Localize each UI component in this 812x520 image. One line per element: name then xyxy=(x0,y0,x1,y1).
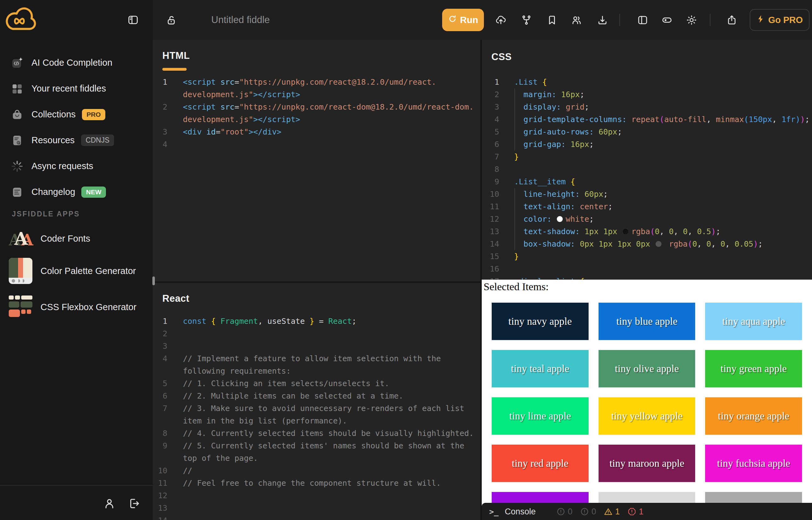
code-line[interactable]: 3 xyxy=(153,340,481,353)
code-line[interactable]: 8// 4. Currently selected items should b… xyxy=(153,427,481,440)
app-item-color-palette-generator[interactable]: Color Palette Generator xyxy=(0,254,153,288)
run-button[interactable]: Run xyxy=(442,9,484,31)
row-divider[interactable] xyxy=(153,282,481,283)
console-counters: 0011 xyxy=(556,507,651,517)
code-line[interactable]: 6// 2. Multiple items can be selected at… xyxy=(153,390,481,402)
account-person-icon[interactable] xyxy=(103,497,116,510)
result-tile[interactable]: tiny green apple xyxy=(705,350,802,387)
code-line[interactable]: 11 text-align: center; xyxy=(482,201,812,213)
code-line[interactable]: 2 margin: 16px; xyxy=(482,88,812,101)
result-tile[interactable]: tiny yellow apple xyxy=(598,397,695,435)
css-editor[interactable]: 1.List {2 margin: 16px;3 display: grid;4… xyxy=(482,76,812,280)
code-line[interactable]: 16 xyxy=(482,263,812,275)
code-line[interactable]: 9.List__item { xyxy=(482,176,812,188)
result-tile[interactable]: tiny teal apple xyxy=(492,350,589,387)
code-line[interactable]: 7} xyxy=(482,151,812,163)
error-octagon-icon xyxy=(627,507,637,516)
result-tile[interactable]: tiny blue apple xyxy=(598,303,695,340)
code-line[interactable]: 9// 5. Currently selected items' names s… xyxy=(153,440,481,452)
console-counter[interactable]: 1 xyxy=(627,507,643,517)
console-counter[interactable]: 0 xyxy=(580,507,596,517)
code-line[interactable]: 5// 1. Clicking an item selects/unselect… xyxy=(153,378,481,390)
console-counter[interactable]: 0 xyxy=(556,507,572,517)
code-line[interactable]: 5 grid-auto-rows: 60px; xyxy=(482,126,812,138)
go-pro-button[interactable]: Go PRO xyxy=(750,9,810,31)
color-swatch-icon xyxy=(557,216,563,222)
sidebar-item-your-recent-fiddles[interactable]: Your recent fiddles xyxy=(0,76,153,102)
sidebar-item-ai-code-completion[interactable]: AI Code Completion xyxy=(0,50,153,76)
download-icon[interactable] xyxy=(596,14,608,26)
console-bar[interactable]: >_ Console 0011 xyxy=(482,503,812,520)
code-line[interactable]: 1<script src="https://unpkg.com/react@18… xyxy=(153,76,481,88)
code-line[interactable]: top of the page. xyxy=(153,452,481,465)
code-line[interactable]: 11// Feel free to change the component s… xyxy=(153,477,481,490)
code-line[interactable]: 14 xyxy=(153,514,481,520)
share-icon[interactable] xyxy=(726,14,738,26)
collaborate-users-icon[interactable] xyxy=(570,14,582,26)
code-line[interactable]: 17.display-list { xyxy=(482,275,812,280)
logout-icon[interactable] xyxy=(128,497,141,510)
code-line[interactable]: development.js"></script> xyxy=(153,88,481,101)
css-editor-panel: CSS 1.List {2 margin: 16px;3 display: gr… xyxy=(482,40,812,280)
console-label: Console xyxy=(505,507,536,517)
counter-value: 1 xyxy=(639,507,643,517)
layout-panels-icon[interactable] xyxy=(637,14,648,26)
code-line[interactable]: 4 grid-template-columns: repeat(auto-fil… xyxy=(482,113,812,126)
ai-code-icon xyxy=(11,57,23,69)
result-tile[interactable]: tiny red apple xyxy=(492,445,589,482)
code-line[interactable]: 8 xyxy=(482,163,812,176)
react-editor[interactable]: 1const { Fragment, useState } = React;23… xyxy=(153,315,481,520)
code-line[interactable]: 10 line-height: 60px; xyxy=(482,188,812,201)
code-line[interactable]: 12 xyxy=(153,490,481,502)
sidebar-item-changelog[interactable]: ChangelogNEW xyxy=(0,179,153,205)
sidebar-toggle-icon[interactable] xyxy=(127,14,139,26)
code-line[interactable]: 13 xyxy=(153,502,481,514)
fiddle-title[interactable]: Untitled fiddle xyxy=(211,0,270,40)
result-tile[interactable]: tiny lime apple xyxy=(492,397,589,435)
code-line[interactable]: 12 color: white; xyxy=(482,213,812,226)
bookmark-icon[interactable] xyxy=(546,14,558,26)
result-tile[interactable]: tiny aqua apple xyxy=(705,303,802,340)
code-line[interactable]: 14 box-shadow: 0px 1px 1px 0px rgba(0, 0… xyxy=(482,238,812,250)
code-line[interactable]: 15} xyxy=(482,250,812,263)
git-fork-icon[interactable] xyxy=(520,14,532,26)
line-number: 2 xyxy=(153,101,167,113)
code-line[interactable]: 10// xyxy=(153,465,481,477)
code-line[interactable]: 1.List { xyxy=(482,76,812,88)
code-line[interactable]: 3<div id="root"></div> xyxy=(153,126,481,138)
sidebar-item-resources[interactable]: ResourcesCDNJS xyxy=(0,127,153,153)
result-tile[interactable]: tiny maroon apple xyxy=(598,445,695,482)
line-number: 15 xyxy=(482,250,499,263)
code-line[interactable]: 1const { Fragment, useState } = React; xyxy=(153,315,481,328)
sidebar-nav: AI Code CompletionYour recent fiddlesCol… xyxy=(0,50,153,205)
line-number: 9 xyxy=(482,176,499,188)
result-tile[interactable]: tiny fuchsia apple xyxy=(705,445,802,482)
code-line[interactable]: 13 text-shadow: 1px 1px rgba(0, 0, 0, 0.… xyxy=(482,226,812,238)
result-tile[interactable]: tiny olive apple xyxy=(598,350,695,387)
code-line[interactable]: following requirements: xyxy=(153,365,481,378)
code-text: text-shadow: 1px 1px rgba(0, 0, 0, 0.5); xyxy=(514,226,720,238)
code-line[interactable]: 2 xyxy=(153,328,481,340)
code-line[interactable]: 4 xyxy=(153,138,481,151)
sidebar-item-collections[interactable]: CollectionsPRO xyxy=(0,102,153,127)
code-line[interactable]: 3 display: grid; xyxy=(482,101,812,113)
unlock-icon[interactable] xyxy=(166,14,177,26)
console-counter[interactable]: 1 xyxy=(604,507,620,517)
jsfiddle-logo-icon[interactable] xyxy=(5,7,38,32)
code-line[interactable]: 4// Implement a feature to allow item se… xyxy=(153,353,481,365)
light-theme-sun-icon[interactable] xyxy=(686,14,697,26)
sidebar-item-async-requests[interactable]: Async requests xyxy=(0,153,153,179)
html-editor[interactable]: 1<script src="https://unpkg.com/react@18… xyxy=(153,76,481,282)
code-line[interactable]: development.js"></script> xyxy=(153,113,481,126)
app-item-coder-fonts[interactable]: AAACoder Fonts xyxy=(0,224,153,254)
code-line[interactable]: 6 grid-gap: 16px; xyxy=(482,138,812,151)
code-line[interactable]: 7// 3. Make sure to avoid unnecessary re… xyxy=(153,402,481,415)
splitter-grip[interactable] xyxy=(152,277,155,285)
app-item-css-flexbox-generator[interactable]: CSS Flexbox Generator xyxy=(0,288,153,326)
code-line[interactable]: 2<script src="https://unpkg.com/react-do… xyxy=(153,101,481,113)
cloud-upload-icon[interactable] xyxy=(495,14,507,26)
toggle-switch-icon[interactable] xyxy=(661,14,673,26)
result-tile[interactable]: tiny navy apple xyxy=(492,303,589,340)
result-tile[interactable]: tiny orange apple xyxy=(705,397,802,435)
code-line[interactable]: item in the big list (performance). xyxy=(153,415,481,427)
